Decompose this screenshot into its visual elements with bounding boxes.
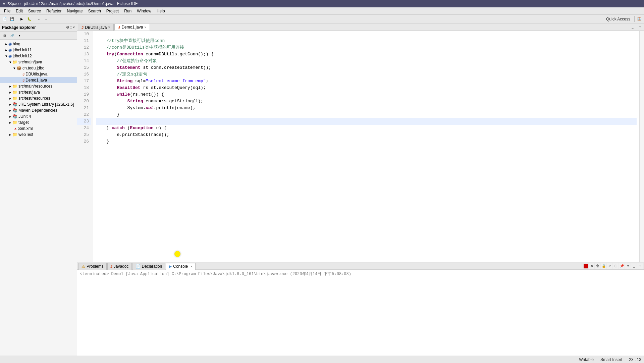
- word-wrap-btn[interactable]: ↵: [607, 263, 612, 269]
- tree-expand-icon: ▾: [5, 54, 7, 58]
- toolbar-debug[interactable]: 🐛: [26, 16, 33, 22]
- view-menu-btn[interactable]: ▾: [625, 263, 631, 269]
- line-num-11: 11: [77, 38, 91, 44]
- toolbar-new[interactable]: 📄: [1, 16, 8, 22]
- menu-navigate[interactable]: Navigate: [64, 8, 85, 14]
- code-token: [96, 78, 117, 85]
- tree-item-maven[interactable]: ▸ 📚 Maven Dependencies: [0, 107, 77, 113]
- project-icon: ◉: [8, 54, 12, 58]
- menu-search[interactable]: Search: [86, 8, 104, 14]
- code-token: String: [127, 98, 143, 105]
- tree-item-pom[interactable]: x pom.xml: [0, 125, 77, 132]
- line-num-12: 12: [77, 44, 91, 51]
- close-icon[interactable]: ×: [73, 25, 75, 30]
- collapse-icon[interactable]: ⊖: [66, 25, 69, 30]
- java-file-icon: J: [22, 72, 24, 76]
- tree-item-jdbcunit11[interactable]: ▸ ◉ jdbcUnit11: [0, 47, 77, 53]
- maximize-panel-btn[interactable]: □: [637, 263, 643, 269]
- tree-item-src-test-java[interactable]: ▸ 📁 src/test/java: [0, 89, 77, 95]
- tree-item-blog[interactable]: ▸ ◉ blog: [0, 41, 77, 47]
- menu-refactor[interactable]: Refactor: [44, 8, 64, 14]
- line-num-19: 19: [77, 91, 91, 98]
- toolbar-perspective[interactable]: 🪟: [636, 16, 643, 22]
- tree-item-demo1[interactable]: J Demo1.java: [0, 77, 77, 83]
- tree-label: src/main/resources: [18, 84, 52, 89]
- tab-close-btn[interactable]: ×: [144, 25, 146, 29]
- stop-console-btn[interactable]: [584, 264, 588, 268]
- tab-problems-label: Problems: [87, 264, 104, 269]
- menu-run[interactable]: Run: [121, 8, 134, 14]
- right-scroll[interactable]: [639, 31, 644, 262]
- menu-file[interactable]: File: [1, 8, 13, 14]
- main-layout: Package Explorer ⊖ □ × ⊟ 🔗 ▾ ▸ ◉ blog ▸ …: [0, 23, 644, 356]
- tab-javadoc[interactable]: J Javadoc: [107, 263, 132, 270]
- tree-item-dbutils[interactable]: J DBUtils.java: [0, 71, 77, 77]
- code-content[interactable]: //try块中直接可以使用conn //conn是DBUtils类中获得的可用连…: [93, 31, 639, 262]
- line-num-24: 24: [77, 125, 91, 132]
- scroll-lock-btn[interactable]: 🔒: [601, 263, 606, 269]
- tree-label: jdbcUnit12: [13, 54, 32, 58]
- toolbar-run[interactable]: ▶: [18, 16, 25, 22]
- folder-icon: 📁: [12, 60, 17, 64]
- tab-dbutils[interactable]: J DBUtils.java ×: [78, 24, 114, 31]
- clear-console-btn[interactable]: 🗑: [595, 263, 600, 269]
- code-token: [96, 64, 117, 71]
- menu-window[interactable]: Window: [134, 8, 154, 14]
- maximize-editor-btn[interactable]: □: [637, 24, 643, 31]
- collapse-all-btn[interactable]: ⊟: [1, 32, 8, 39]
- toolbar-save[interactable]: 💾: [9, 16, 15, 22]
- code-token: conn=DBUtils.getConn();) {: [143, 51, 214, 58]
- minimize-editor-btn[interactable]: _: [629, 24, 636, 31]
- menu-bar: File Edit Source Refactor Navigate Searc…: [0, 7, 644, 15]
- tab-demo1[interactable]: J Demo1.java ×: [114, 24, 150, 31]
- folder-icon: 📁: [12, 90, 17, 95]
- console-terminated-text: <terminated> Demo1 [Java Application] C:…: [80, 271, 641, 277]
- code-token: //conn是DBUtils类中获得的可用连接: [96, 44, 184, 51]
- code-editor[interactable]: 10 11 12 13 14 15 16 17 18 19 20 21 22 2…: [77, 31, 644, 262]
- tree-expand-icon: ▸: [5, 42, 7, 46]
- tree-item-target[interactable]: ▸ 📁 target: [0, 119, 77, 125]
- menu-project[interactable]: Project: [104, 8, 121, 14]
- java-icon: J: [118, 25, 120, 29]
- tree-item-jre[interactable]: ▸ 📚 JRE System Library [J2SE-1.5]: [0, 101, 77, 107]
- tab-console-close[interactable]: ×: [191, 265, 193, 268]
- tab-problems[interactable]: ⚠ Problems: [78, 263, 107, 270]
- tree-item-jdbcunit12[interactable]: ▾ ◉ jdbcUnit12: [0, 53, 77, 59]
- bottom-tabs-right: ✖ 🗑 🔒 ↵ ⬡ 📌 ▾ _ □: [582, 263, 644, 269]
- view-menu-btn[interactable]: ▾: [16, 32, 23, 39]
- code-token: e) {: [154, 125, 167, 132]
- code-token: .println(ename);: [154, 105, 196, 111]
- code-token: ResultSet: [117, 85, 140, 91]
- tree-item-src-test-resources[interactable]: ▸ 📁 src/test/resources: [0, 95, 77, 101]
- open-console-btn[interactable]: ⬡: [613, 263, 619, 269]
- lib-icon: 📚: [12, 114, 17, 119]
- title-text: VIPSpace - jdbcUnit12/src/main/java/cn/t…: [3, 1, 138, 6]
- minimize-panel-btn[interactable]: _: [631, 263, 637, 269]
- toolbar-forward[interactable]: →: [43, 16, 50, 22]
- tree-item-junit[interactable]: ▸ 📚 JUnit 4: [0, 113, 77, 119]
- tab-declaration[interactable]: 📄 Declaration: [132, 263, 165, 270]
- tree-item-src-main-resources[interactable]: ▸ 📁 src/main/resources: [0, 83, 77, 89]
- pin-console-btn[interactable]: 📌: [619, 263, 625, 269]
- code-token: //try块中直接可以使用conn: [96, 38, 165, 44]
- tree-item-webtest[interactable]: ▸ 📁 webTest: [0, 132, 77, 138]
- code-token: //创建执行命令对象: [96, 58, 157, 64]
- tree-item-src-main-java[interactable]: ▾ 📁 src/main/java: [0, 59, 77, 65]
- tree-label: pom.xml: [17, 126, 33, 131]
- menu-help[interactable]: Help: [154, 8, 168, 14]
- code-line-10: [96, 31, 637, 38]
- maximize-icon[interactable]: □: [70, 25, 72, 30]
- line-num-13: 13: [77, 51, 91, 58]
- tree-item-cn-tedu-jdbc[interactable]: ▾ 📦 cn.tedu.jdbc: [0, 65, 77, 71]
- tab-close-btn[interactable]: ×: [108, 25, 110, 29]
- menu-edit[interactable]: Edit: [13, 8, 25, 14]
- link-with-editor-btn[interactable]: 🔗: [9, 32, 15, 39]
- menu-source[interactable]: Source: [25, 8, 44, 14]
- java-file-icon: J: [22, 78, 24, 82]
- line-numbers: 10 11 12 13 14 15 16 17 18 19 20 21 22 2…: [77, 31, 93, 262]
- toolbar-back[interactable]: ←: [36, 16, 42, 22]
- remove-console-btn[interactable]: ✖: [589, 263, 594, 269]
- tree-expand-icon: ▸: [9, 114, 11, 119]
- tab-console[interactable]: ▶ Console ×: [166, 263, 196, 270]
- title-bar: VIPSpace - jdbcUnit12/src/main/java/cn/t…: [0, 0, 644, 7]
